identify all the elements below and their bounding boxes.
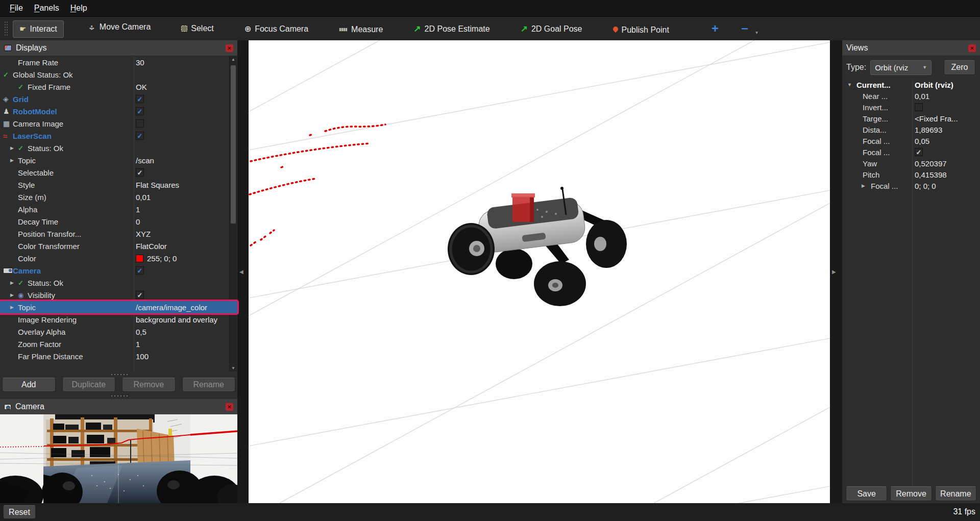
display-row[interactable]: Size (m)0,01 — [0, 191, 237, 203]
checkbox[interactable]: ✓ — [136, 132, 144, 140]
display-row[interactable]: Color255; 0; 0 — [0, 252, 237, 264]
camera-panel-header[interactable]: Camera ✕ — [0, 399, 237, 415]
display-row[interactable]: Far Plane Distance100 — [0, 350, 237, 362]
display-row[interactable]: ▶Topic/scan — [0, 154, 237, 166]
scroll-down-icon[interactable]: ▼ — [230, 366, 237, 370]
menu-item-help[interactable]: Help — [65, 1, 93, 15]
expander-icon[interactable]: ▶ — [10, 292, 18, 297]
expander-icon[interactable]: ▶ — [862, 183, 871, 188]
expander-icon[interactable]: ▶ — [10, 305, 18, 310]
tool-measure[interactable]: Measure — [332, 21, 389, 38]
display-row[interactable]: Alpha1 — [0, 203, 237, 215]
tool-select[interactable]: Select — [175, 20, 220, 37]
row-value — [915, 103, 923, 111]
camera-feed-view[interactable] — [0, 414, 237, 503]
display-row[interactable]: Camera✓ — [0, 264, 237, 277]
views-panel-header[interactable]: Views ✕ — [842, 40, 980, 56]
display-row[interactable]: ▶Status: Ok — [0, 142, 237, 154]
view-property-row[interactable]: Dista...1,89693 — [842, 124, 980, 135]
display-row[interactable]: Grid✓ — [0, 93, 237, 105]
map-pin-icon — [611, 26, 619, 33]
expander-icon[interactable]: ▶ — [10, 145, 18, 151]
add-tool-button[interactable]: + — [707, 21, 723, 36]
panel-resize-handle[interactable] — [0, 371, 237, 378]
display-row[interactable]: Global Status: Ok — [0, 68, 237, 81]
display-row[interactable]: Overlay Alpha0,5 — [0, 326, 237, 338]
tool-move-camera[interactable]: Move Camera — [81, 18, 157, 36]
displays-scrollbar[interactable]: ▲ ▼ — [229, 56, 237, 371]
display-row[interactable]: Selectable✓ — [0, 166, 237, 179]
menu-item-file[interactable]: File — [4, 1, 29, 15]
display-row[interactable]: ▶Visibility✓ — [0, 289, 237, 301]
rename-view-button[interactable]: Rename — [935, 486, 976, 501]
row-label: RobotModel — [13, 107, 57, 116]
menu-item-panels[interactable]: Panels — [29, 1, 65, 15]
view-property-row[interactable]: ▶Focal ...0; 0; 0 — [842, 180, 980, 191]
view-type-dropdown[interactable]: Orbit (rviz▼ — [870, 60, 932, 75]
display-row[interactable]: LaserScan✓ — [0, 130, 237, 142]
zero-button[interactable]: Zero — [944, 60, 975, 75]
view-property-row[interactable]: Focal ...✓ — [842, 146, 980, 158]
checkbox[interactable]: ✓ — [136, 95, 144, 103]
tool-interact[interactable]: Interact — [13, 20, 64, 38]
save-view-button[interactable]: Save — [846, 486, 887, 501]
scrollbar-thumb[interactable] — [231, 65, 236, 224]
displays-panel-header[interactable]: Displays ✕ — [0, 40, 237, 56]
tool-publish-point[interactable]: Publish Point — [606, 21, 676, 39]
checkbox[interactable] — [915, 103, 923, 111]
collapse-left-icon[interactable]: ◀ — [239, 269, 243, 275]
views-tree: ▼Current...Orbit (rviz)Near ...0,01Inver… — [842, 79, 980, 486]
view-type-label: Type: — [846, 63, 866, 72]
display-row[interactable]: ▶Status: Ok — [0, 277, 237, 289]
toolbar-overflow-icon[interactable]: ▾ — [755, 30, 758, 35]
view-property-row[interactable]: ▼Current...Orbit (rviz) — [842, 79, 980, 90]
right-panel-splitter[interactable]: ▶ — [830, 40, 842, 503]
tool-2d-goal-pose[interactable]: 2D Goal Pose — [514, 19, 589, 38]
view-property-row[interactable]: Targe...<Fixed Fra... — [842, 113, 980, 124]
display-row[interactable]: Color TransformerFlatColor — [0, 240, 237, 252]
color-swatch[interactable] — [136, 255, 143, 262]
display-row[interactable]: Position Transfor...XYZ — [0, 228, 237, 240]
display-row[interactable]: Frame Rate30 — [0, 56, 237, 68]
view-property-row[interactable]: Pitch0,415398 — [842, 169, 980, 180]
display-row[interactable]: Image Renderingbackground and overlay — [0, 313, 237, 326]
view-property-row[interactable]: Invert... — [842, 102, 980, 113]
reset-button[interactable]: Reset — [3, 505, 36, 519]
collapse-right-icon[interactable]: ▶ — [832, 269, 836, 275]
close-icon[interactable]: ✕ — [226, 403, 233, 411]
checkbox[interactable]: ✓ — [136, 107, 144, 115]
display-row[interactable]: Decay Time0 — [0, 215, 237, 228]
checkbox[interactable]: ✓ — [136, 266, 144, 275]
checkbox[interactable]: ✓ — [915, 148, 923, 156]
remove-view-button[interactable]: Remove — [890, 486, 932, 501]
checkbox[interactable] — [136, 119, 144, 128]
close-icon[interactable]: ✕ — [226, 44, 233, 52]
left-panel-splitter[interactable]: ◀ — [237, 40, 249, 503]
3d-viewport[interactable] — [249, 40, 830, 503]
scroll-up-icon[interactable]: ▲ — [230, 57, 237, 62]
checkbox[interactable]: ✓ — [136, 168, 144, 177]
expander-icon[interactable]: ▶ — [10, 280, 18, 285]
checkbox[interactable]: ✓ — [136, 291, 144, 299]
display-row[interactable]: RobotModel✓ — [0, 105, 237, 117]
view-property-row[interactable]: Near ...0,01 — [842, 90, 980, 102]
expander-icon[interactable]: ▼ — [847, 82, 856, 87]
display-row-selected[interactable]: ▶Topic/camera/image_color — [0, 301, 237, 313]
panel-resize-handle[interactable] — [0, 393, 237, 399]
toolbar-drag-handle[interactable] — [4, 21, 8, 36]
view-property-row[interactable]: Yaw0,520397 — [842, 158, 980, 169]
close-icon[interactable]: ✕ — [968, 44, 976, 52]
camera-icon — [3, 268, 13, 274]
expander-icon[interactable]: ▶ — [10, 158, 18, 163]
display-row[interactable]: Camera Image — [0, 117, 237, 130]
tool-focus-camera[interactable]: Focus Camera — [238, 20, 315, 38]
add-button[interactable]: Add — [2, 378, 56, 392]
remove-tool-button[interactable]: − — [737, 21, 752, 36]
robot-icon — [3, 107, 13, 115]
display-row[interactable]: Zoom Factor1 — [0, 338, 237, 350]
view-property-row[interactable]: Focal ...0,05 — [842, 135, 980, 146]
row-label: Current... — [856, 81, 891, 89]
tool-2d-pose-estimate[interactable]: 2D Pose Estimate — [407, 19, 496, 38]
display-row[interactable]: Fixed FrameOK — [0, 81, 237, 93]
display-row[interactable]: StyleFlat Squares — [0, 179, 237, 191]
